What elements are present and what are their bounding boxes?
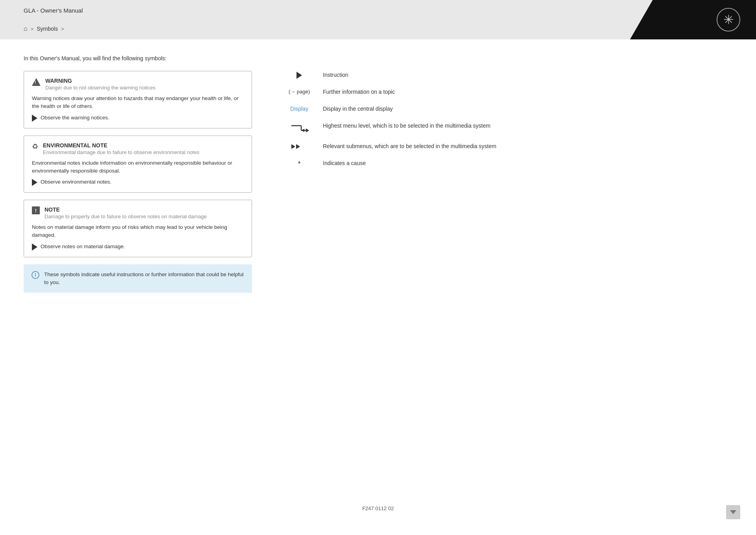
- note-action-text: Observe notes on material damage.: [41, 243, 125, 249]
- display-icon-cell: Display: [284, 105, 315, 112]
- action-arrow-icon-2: [32, 179, 37, 186]
- bent-arrow-icon: [289, 123, 309, 134]
- warning-header: WARNING Danger due to not observing the …: [32, 78, 244, 91]
- logo-area: ✳: [630, 0, 756, 39]
- asterisk-icon: *: [298, 160, 300, 168]
- note-icon: !: [32, 206, 40, 214]
- symbol-row-submenus: Relevant submenus, which are to be selec…: [284, 142, 732, 150]
- symbol-table: Instruction (→ page) Further information…: [284, 71, 732, 168]
- note-action: Observe notes on material damage.: [32, 243, 244, 251]
- instruction-icon-cell: [284, 71, 315, 79]
- warning-icon: [32, 78, 41, 86]
- note-box: ! NOTE Damage to property due to failure…: [24, 200, 252, 257]
- note-header: ! NOTE Damage to property due to failure…: [32, 206, 244, 219]
- environmental-box: ♻ ENVIRONMENTAL NOTE Environmental damag…: [24, 136, 252, 193]
- warning-subtitle: Danger due to not observing the warning …: [45, 85, 156, 91]
- double-arrow-icon: [291, 143, 307, 150]
- mercedes-logo: ✳: [717, 8, 740, 32]
- note-title-group: NOTE Damage to property due to failure t…: [44, 206, 207, 219]
- cause-desc: Indicates a cause: [323, 159, 732, 167]
- instruction-desc: Instruction: [323, 71, 732, 79]
- symbol-row-cause: * Indicates a cause: [284, 159, 732, 168]
- env-icon: ♻: [32, 142, 38, 151]
- env-body: Environmental notes include information …: [32, 159, 244, 175]
- note-title: NOTE: [44, 206, 207, 213]
- display-icon-text: Display: [290, 106, 308, 112]
- further-info-icon-text: (→ page): [289, 89, 310, 95]
- home-icon[interactable]: ⌂: [24, 25, 28, 32]
- menu-level-desc: Highest menu level, which is to be selec…: [323, 122, 732, 130]
- submenus-icon-cell: [284, 142, 315, 150]
- right-column: Instruction (→ page) Further information…: [276, 71, 732, 177]
- warning-box: WARNING Danger due to not observing the …: [24, 71, 252, 128]
- svg-marker-4: [306, 128, 309, 132]
- instruction-play-icon: [296, 72, 302, 79]
- app-title: GLA - Owner's Manual: [24, 7, 83, 14]
- cause-icon-cell: *: [284, 159, 315, 168]
- action-arrow-icon: [32, 115, 37, 122]
- env-title-group: ENVIRONMENTAL NOTE Environmental damage …: [43, 142, 199, 155]
- warning-action: Observe the warning notices.: [32, 115, 244, 122]
- warning-action-text: Observe the warning notices.: [41, 115, 109, 121]
- warning-title-group: WARNING Danger due to not observing the …: [45, 78, 156, 91]
- breadcrumb-separator-1: >: [31, 26, 34, 32]
- env-action: Observe environmental notes.: [32, 179, 244, 186]
- further-info-desc: Further information on a topic: [323, 88, 732, 96]
- breadcrumb-symbols[interactable]: Symbols: [37, 26, 58, 32]
- breadcrumb-separator-2: >: [61, 26, 64, 32]
- two-column-layout: WARNING Danger due to not observing the …: [24, 71, 732, 293]
- left-column: WARNING Danger due to not observing the …: [24, 71, 252, 293]
- info-box: i These symbols indicate useful instruct…: [24, 264, 252, 293]
- svg-marker-6: [296, 144, 300, 149]
- svg-marker-5: [291, 144, 295, 149]
- scroll-down-button[interactable]: [726, 505, 740, 519]
- footer: F247 0112 02: [24, 490, 732, 511]
- display-desc: Display in the central display: [323, 105, 732, 113]
- symbol-row-menu-level: Highest menu level, which is to be selec…: [284, 122, 732, 134]
- info-text: These symbols indicate useful instructio…: [44, 271, 244, 287]
- symbol-row-instruction: Instruction: [284, 71, 732, 79]
- symbol-row-display: Display Display in the central display: [284, 105, 732, 113]
- note-body: Notes on material damage inform you of r…: [32, 223, 244, 240]
- warning-title: WARNING: [45, 78, 156, 84]
- intro-text: In this Owner's Manual, you will find th…: [24, 55, 732, 61]
- info-icon: i: [32, 271, 39, 279]
- warning-body: Warning notices draw your attention to h…: [32, 95, 244, 111]
- content-area: In this Owner's Manual, you will find th…: [0, 39, 756, 535]
- footer-text: F247 0112 02: [362, 505, 394, 511]
- symbol-row-further-info: (→ page) Further information on a topic: [284, 88, 732, 96]
- env-action-text: Observe environmental notes.: [41, 179, 111, 185]
- further-info-icon-cell: (→ page): [284, 88, 315, 95]
- env-title: ENVIRONMENTAL NOTE: [43, 142, 199, 149]
- header: GLA - Owner's Manual ⌂ > Symbols > ✳: [0, 0, 756, 39]
- submenus-desc: Relevant submenus, which are to be selec…: [323, 142, 732, 150]
- note-subtitle: Damage to property due to failure to obs…: [44, 214, 207, 219]
- breadcrumb: ⌂ > Symbols >: [24, 25, 64, 32]
- env-subtitle: Environmental damage due to failure to o…: [43, 149, 199, 155]
- menu-level-icon-cell: [284, 122, 315, 134]
- scroll-down-arrow-icon: [730, 510, 736, 514]
- env-header: ♻ ENVIRONMENTAL NOTE Environmental damag…: [32, 142, 244, 155]
- action-arrow-icon-3: [32, 243, 37, 251]
